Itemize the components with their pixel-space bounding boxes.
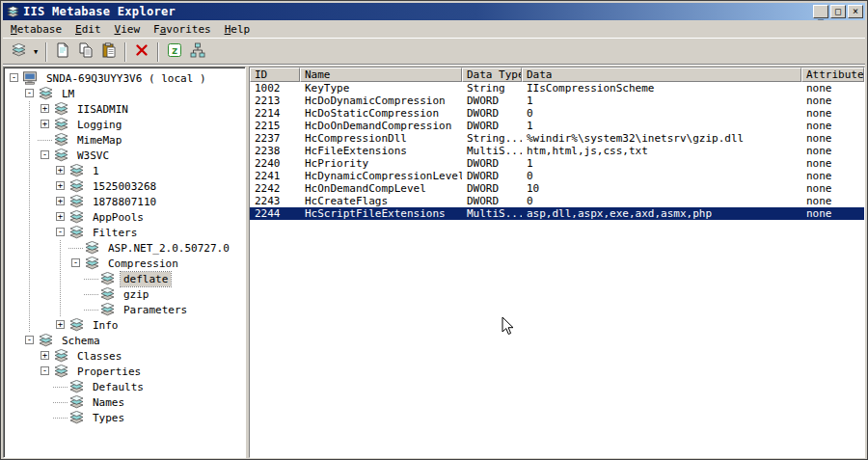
menu-edit[interactable]: Edit <box>68 21 108 38</box>
table-row-2215[interactable]: 2215HcDoOnDemandCompressionDWORD1none <box>250 120 864 132</box>
tree-item-compression[interactable]: -Compression <box>7 256 245 271</box>
tree-expander-minus[interactable]: - <box>68 256 84 271</box>
tree-item-lm[interactable]: -LM <box>7 86 245 101</box>
expand-icon[interactable]: + <box>56 166 65 175</box>
delete-button[interactable] <box>130 41 153 63</box>
tree-item-defaults[interactable]: Defaults <box>7 379 245 394</box>
table-row-2214[interactable]: 2214HcDoStaticCompressionDWORD0none <box>250 107 864 120</box>
collapse-icon[interactable]: - <box>41 366 49 375</box>
collapse-icon[interactable]: - <box>10 73 18 82</box>
tree-item-snda-69q3uyy3v6-local[interactable]: -SNDA-69Q3UYY3V6 ( local ) <box>7 70 245 86</box>
tree-item-gzip[interactable]: gzip <box>7 286 245 302</box>
expand-icon[interactable]: + <box>56 320 65 329</box>
expand-icon[interactable]: + <box>56 212 65 221</box>
table-row-2237[interactable]: 2237HcCompressionDllString...%windir%\sy… <box>250 132 864 145</box>
collapse-icon[interactable]: - <box>41 150 49 159</box>
tree-item-mimemap[interactable]: MimeMap <box>7 132 245 148</box>
tree-item-classes[interactable]: +Classes <box>7 348 245 364</box>
tree-expander-plus[interactable]: + <box>53 163 68 178</box>
menu-help[interactable]: Help <box>218 21 258 38</box>
table-row-2238[interactable]: 2238HcFileExtensionsMultiS...htm,html,js… <box>250 145 864 157</box>
tree-item-1[interactable]: +1 <box>7 163 245 178</box>
tree-connector <box>53 394 68 410</box>
table-row-1002[interactable]: 1002KeyTypeStringIIsCompressionSchemenon… <box>250 82 864 95</box>
script-button[interactable]: z <box>163 41 186 63</box>
tree-item-asp-net-2-0-50727-0[interactable]: ASP.NET_2.0.50727.0 <box>7 240 245 256</box>
collapse-icon[interactable]: - <box>56 228 65 236</box>
tree-item-deflate[interactable]: deflate <box>7 271 245 286</box>
tree-item-parameters[interactable]: Parameters <box>7 302 245 317</box>
tree-indent-guide <box>38 240 53 256</box>
tree-expander-plus[interactable]: + <box>53 178 68 194</box>
tree-expander-plus[interactable]: + <box>38 348 53 364</box>
connect-dropdown[interactable]: ▼ <box>30 41 41 63</box>
tree-item-properties[interactable]: -Properties <box>7 364 245 379</box>
list-view[interactable]: IDNameData TypeDataAttributes 1002KeyTyp… <box>249 67 865 458</box>
tree-expander-plus[interactable]: + <box>38 117 53 132</box>
cell-id: 2237 <box>250 132 300 145</box>
new-key-button[interactable] <box>51 41 74 63</box>
tree-expander-minus[interactable]: - <box>53 225 68 240</box>
maximize-button[interactable]: □ <box>830 5 846 18</box>
collapse-icon[interactable]: - <box>25 89 34 97</box>
copy-button[interactable] <box>74 41 97 63</box>
tree-expander-plus[interactable]: + <box>53 194 68 209</box>
list-body[interactable]: 1002KeyTypeStringIIsCompressionSchemenon… <box>250 82 864 457</box>
paste-button[interactable] <box>97 41 121 63</box>
tree-item-schema[interactable]: -Schema <box>7 333 245 348</box>
expand-icon[interactable]: + <box>41 104 49 113</box>
tree-item-names[interactable]: Names <box>7 394 245 410</box>
column-header-id[interactable]: ID <box>250 68 300 82</box>
column-header-name[interactable]: Name <box>300 68 462 82</box>
tree-item-apppools[interactable]: +AppPools <box>7 209 245 225</box>
minimize-button[interactable]: _ <box>813 5 828 18</box>
table-row-2241[interactable]: 2241HcDynamicCompressionLevelDWORD0none <box>250 170 864 182</box>
menu-favorites[interactable]: Favorites <box>147 21 218 38</box>
tree-expander-minus[interactable]: - <box>38 364 53 379</box>
title-bar[interactable]: IIS Metabase Explorer _ □ × <box>3 3 865 20</box>
tree-expander-plus[interactable]: + <box>53 317 68 333</box>
expand-icon[interactable]: + <box>41 120 49 128</box>
cell-data: 0 <box>522 195 801 207</box>
collapse-icon[interactable]: - <box>25 336 34 344</box>
tree-item-iisadmin[interactable]: +IISADMIN <box>7 101 245 117</box>
table-row-2243[interactable]: 2243HcCreateFlagsDWORD0none <box>250 195 864 207</box>
tree-expander-plus[interactable]: + <box>53 209 68 225</box>
network-button[interactable] <box>186 41 209 63</box>
tree-expander-minus[interactable]: - <box>22 333 38 348</box>
table-row-2213[interactable]: 2213HcDoDynamicCompressionDWORD1none <box>250 95 864 107</box>
tree-item-types[interactable]: Types <box>7 410 245 425</box>
tree-item-logging[interactable]: +Logging <box>7 117 245 132</box>
cell-data: 10 <box>522 182 801 195</box>
expand-icon[interactable]: + <box>56 197 65 205</box>
column-header-data-type[interactable]: Data Type <box>462 68 522 82</box>
tree-item-info[interactable]: +Info <box>7 317 245 333</box>
expand-icon[interactable]: + <box>56 181 65 190</box>
column-header-attributes[interactable]: Attributes <box>801 68 864 82</box>
close-button[interactable]: × <box>848 5 863 18</box>
tree-expander-minus[interactable]: - <box>7 70 22 86</box>
collapse-icon[interactable]: - <box>71 258 80 267</box>
expand-icon[interactable]: + <box>41 351 49 360</box>
table-row-2240[interactable]: 2240HcPriorityDWORD1none <box>250 157 864 170</box>
menu-view[interactable]: View <box>108 21 148 38</box>
table-row-2242[interactable]: 2242HcOnDemandCompLevelDWORD10none <box>250 182 864 195</box>
cell-id: 2240 <box>250 157 300 170</box>
menu-metabase[interactable]: Metabase <box>4 21 68 38</box>
cell-id: 2214 <box>250 107 300 120</box>
tree-item-1525003268[interactable]: +1525003268 <box>7 178 245 194</box>
tree-item-1878807110[interactable]: +1878807110 <box>7 194 245 209</box>
tree-expander-plus[interactable]: + <box>38 101 53 117</box>
tree-view[interactable]: -SNDA-69Q3UYY3V6 ( local )-LM+IISADMIN+L… <box>3 67 246 458</box>
tree-item-w3svc[interactable]: -W3SVC <box>7 148 245 163</box>
tree-item-filters[interactable]: -Filters <box>7 225 245 240</box>
table-row-2244[interactable]: 2244HcScriptFileExtensionsMultiS...asp,d… <box>250 207 864 220</box>
tree-indent-guide <box>7 348 22 364</box>
tree-expander-minus[interactable]: - <box>38 148 53 163</box>
cell-attributes: none <box>801 107 864 120</box>
tree-indent-guide <box>7 163 22 178</box>
column-header-data[interactable]: Data <box>522 68 801 82</box>
tree-connector <box>84 271 99 286</box>
tree-expander-minus[interactable]: - <box>22 86 38 101</box>
connect-button[interactable] <box>7 41 30 63</box>
